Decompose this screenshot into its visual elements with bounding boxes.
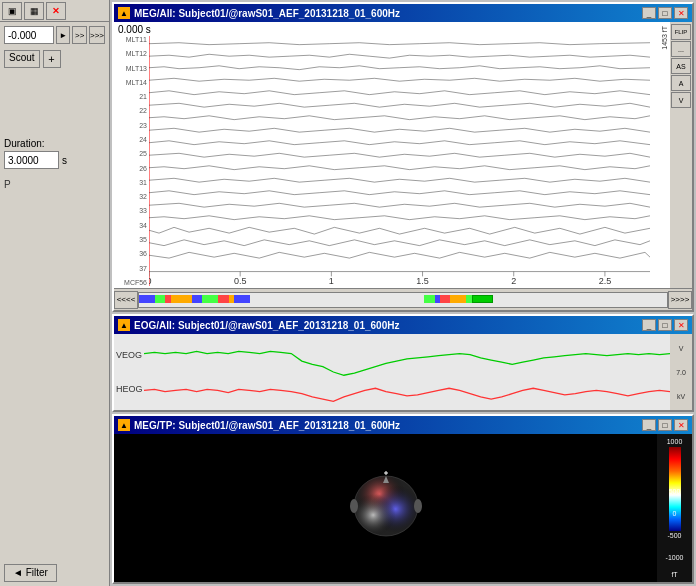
timeline-seg-12 [440,295,451,303]
ch-label-13: 33 [114,207,149,214]
right-area: ▲ MEG/All: Subject01/@rawS01_AEF_2013121… [110,0,696,586]
ch-label-4: MLT14 [114,79,149,86]
scale-up-btn[interactable]: A [671,75,691,91]
mtp-minimize[interactable]: _ [642,419,656,431]
eog-scale-unit: kV [677,393,685,400]
toolbar-icon-btn[interactable]: ▣ [2,2,22,20]
meg-minimize[interactable]: _ [642,7,656,19]
timeline-seg-6 [202,295,218,303]
eog-plot [144,334,670,410]
meg-title: MEG/All: Subject01/@rawS01_AEF_20131218_… [134,8,642,19]
svg-text:0.5: 0.5 [234,276,247,286]
scout-button[interactable]: Scout [4,50,40,68]
duration-unit: s [62,155,67,166]
timeline-bar[interactable] [138,292,668,308]
left-panel: ▣ ▦ ✕ ► >> >>> Scout + Duration: s P [0,0,110,586]
colorbar-unit: fT [671,571,677,578]
mtp-titlebar: ▲ MEG/TP: Subject01/@rawS01_AEF_20131218… [114,416,692,434]
colorbar-label-neg500: -500 [667,532,681,539]
duration-input[interactable] [4,151,59,169]
eog-title-icon: ▲ [118,319,130,331]
meg-plot: 0.000 s MLT11 MLT12 MLT13 MLT14 21 22 23… [114,22,670,288]
toolbar-grid-btn[interactable]: ▦ [24,2,44,20]
timeline-current [472,295,493,303]
timeline-seg-13 [450,295,466,303]
svg-text:2: 2 [511,276,516,286]
ch-label-15: 35 [114,236,149,243]
colorbar-label-neg1000: -1000 [666,554,684,561]
scale-buttons: FLIP ... AS A V [670,22,692,288]
filter-button[interactable]: ◄ Filter [4,564,57,582]
meg-controls: _ □ ✕ [642,7,688,19]
brain-view [114,434,657,582]
eog-close[interactable]: ✕ [674,319,688,331]
meg-titlebar: ▲ MEG/All: Subject01/@rawS01_AEF_2013121… [114,4,692,22]
mtp-title: MEG/TP: Subject01/@rawS01_AEF_20131218_0… [134,420,642,431]
svg-point-21 [414,499,422,513]
timeline-row: <<<< [114,288,692,310]
as-btn[interactable]: AS [671,58,691,74]
timeline-seg-10 [424,295,435,303]
eog-scale: V 7.0 kV [670,334,692,410]
eog-titlebar: ▲ EOG/All: Subject01/@rawS01_AEF_2013121… [114,316,692,334]
ch-label-12: 32 [114,193,149,200]
ch-label-2: MLT12 [114,50,149,57]
eog-minimize[interactable]: _ [642,319,656,331]
timeline-seg-empty2 [493,295,667,303]
timeline-nav-left[interactable]: <<<< [114,291,138,309]
eog-channel-labels: VEOG HEOG [114,334,144,410]
nav-forward-btn[interactable]: ► [56,26,70,44]
colorbar-label-0: 0 [673,510,677,517]
veog-label: VEOG [116,350,142,360]
mtp-controls: _ □ ✕ [642,419,688,431]
svg-text:1.5: 1.5 [416,276,429,286]
left-toolbar: ▣ ▦ ✕ [0,0,109,22]
eog-title: EOG/All: Subject01/@rawS01_AEF_20131218_… [134,320,642,331]
scale-down-btn[interactable]: V [671,92,691,108]
nav-fff-btn[interactable]: >>> [89,26,105,44]
timeline-nav-right[interactable]: >>>> [668,291,692,309]
ch-label-6: 22 [114,107,149,114]
left-panel-body: ► >> >>> Scout + Duration: s P [0,22,109,586]
dots-btn[interactable]: ... [671,41,691,57]
timeline-seg-7 [218,295,229,303]
colorbar-label-500: 500 [669,488,681,495]
mtp-maximize[interactable]: □ [658,419,672,431]
timeline-seg-9 [234,295,250,303]
mtp-close[interactable]: ✕ [674,419,688,431]
timeline-seg-4 [171,295,192,303]
nav-ff-btn[interactable]: >> [72,26,86,44]
meg-maximize[interactable]: □ [658,7,672,19]
timeline-seg-2 [155,295,166,303]
timeline-seg-1 [139,295,155,303]
time-input[interactable] [4,26,54,44]
meg-close[interactable]: ✕ [674,7,688,19]
scout-row: Scout + [4,50,105,68]
mtp-window: ▲ MEG/TP: Subject01/@rawS01_AEF_20131218… [112,414,694,584]
eog-maximize[interactable]: □ [658,319,672,331]
flip-btn[interactable]: FLIP [671,24,691,40]
add-button[interactable]: + [43,50,61,68]
eog-content: VEOG HEOG V 7.0 kV [114,334,692,410]
svg-text:0: 0 [149,276,152,286]
meg-title-icon: ▲ [118,7,130,19]
brain-svg [341,468,431,548]
toolbar-close-btn[interactable]: ✕ [46,2,66,20]
heog-label: HEOG [116,384,142,394]
ch-label-1: MLT11 [114,36,149,43]
eog-window: ▲ EOG/All: Subject01/@rawS01_AEF_2013121… [112,314,694,412]
y-scale-label: 1453 fT [661,26,668,50]
colorbar: 1000 500 0 -500 -1000 fT [657,434,692,582]
timeline-seg-5 [192,295,203,303]
ch-label-14: 34 [114,222,149,229]
filter-section: ◄ Filter [4,564,57,582]
svg-text:1: 1 [329,276,334,286]
ch-label-3: MLT13 [114,65,149,72]
eog-scale-v: V [679,345,684,352]
y-axis: MLT11 MLT12 MLT13 MLT14 21 22 23 24 25 2… [114,22,149,288]
mtp-title-icon: ▲ [118,419,130,431]
ch-label-5: 21 [114,93,149,100]
duration-label: Duration: [4,138,105,149]
eog-controls: _ □ ✕ [642,319,688,331]
svg-point-20 [350,499,358,513]
